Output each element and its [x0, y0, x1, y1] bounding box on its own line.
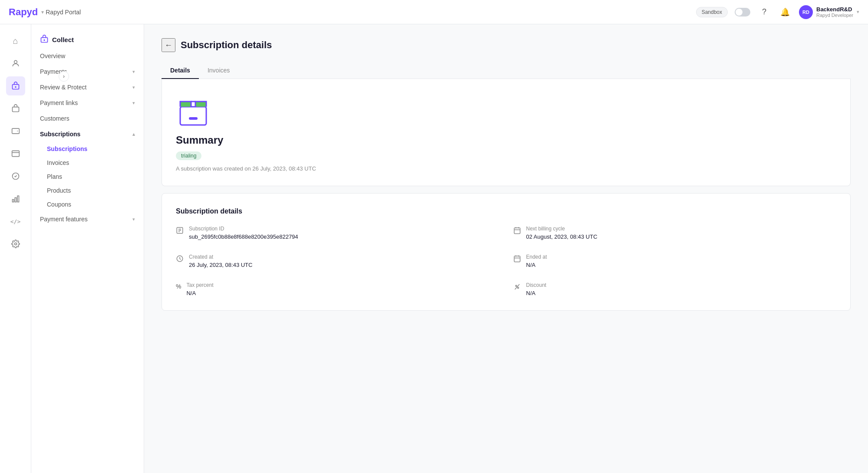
svg-rect-19	[514, 256, 520, 262]
nav-sub-coupons[interactable]: Coupons	[31, 197, 144, 211]
tax-percent-icon: %	[176, 283, 181, 290]
help-button[interactable]: ?	[757, 5, 771, 19]
chevron-down-icon: ▾	[132, 217, 135, 222]
content-area: ← Subscription details Details Invoices	[144, 24, 868, 473]
created-at-label: Created at	[189, 254, 252, 260]
nav-item-overview[interactable]: Overview	[31, 48, 144, 64]
main-area: ⌂ </>	[0, 24, 868, 473]
nav-item-payment-links[interactable]: Payment links ▾	[31, 95, 144, 111]
nav-wallet[interactable]	[6, 122, 25, 141]
nav-verify[interactable]	[6, 167, 25, 186]
chevron-up-icon: ▴	[132, 131, 135, 137]
app-layout: Rapyd ▾ Rapyd Portal Sandbox ? 🔔 RD Back…	[0, 0, 868, 473]
sandbox-badge: Sandbox	[696, 7, 728, 17]
detail-tax-percent-content: Tax percent N/A	[186, 282, 213, 296]
svg-point-21	[517, 287, 518, 289]
tab-invoices[interactable]: Invoices	[199, 62, 238, 79]
svg-rect-5	[12, 151, 19, 156]
next-billing-value: 02 August, 2023, 08:43 UTC	[526, 233, 597, 240]
created-text: A subscription was created on 26 July, 2…	[176, 165, 316, 172]
nav-item-overview-label: Overview	[40, 53, 65, 59]
toggle-knob	[736, 9, 743, 16]
svg-rect-15	[189, 117, 198, 120]
nav-settings[interactable]	[6, 234, 25, 253]
detail-next-billing: Next billing cycle 02 August, 2023, 08:4…	[513, 226, 837, 240]
back-button[interactable]: ←	[162, 38, 175, 52]
detail-subscription-id-content: Subscription ID sub_2695fc0b88e8f688e820…	[189, 226, 298, 240]
nav-collect[interactable]	[6, 76, 25, 95]
nav-sub-products-label: Products	[47, 187, 71, 194]
portal-selector[interactable]: ▾ Rapyd Portal	[41, 9, 81, 16]
summary-card: Summary trialing A subscription was crea…	[162, 79, 851, 186]
ended-at-value: N/A	[526, 262, 547, 268]
sandbox-toggle[interactable]	[735, 8, 750, 16]
nav-dev[interactable]: </>	[6, 212, 25, 231]
svg-rect-4	[12, 128, 19, 134]
svg-point-0	[14, 60, 17, 63]
portal-label: Rapyd Portal	[46, 9, 81, 16]
chevron-down-icon: ▾	[132, 100, 135, 106]
detail-discount-content: Discount N/A	[526, 282, 547, 296]
nav-analytics[interactable]	[6, 189, 25, 208]
ended-at-icon	[513, 255, 521, 265]
nav-sub-plans[interactable]: Plans	[31, 170, 144, 184]
detail-subscription-id: Subscription ID sub_2695fc0b88e8f688e820…	[176, 226, 499, 240]
nav-item-subscriptions[interactable]: Subscriptions ▴	[31, 126, 144, 142]
discount-label: Discount	[526, 282, 547, 288]
tax-percent-label: Tax percent	[186, 282, 213, 288]
nav-card[interactable]	[6, 144, 25, 163]
detail-created-at-content: Created at 26 July, 2023, 08:43 UTC	[189, 254, 252, 268]
nav-item-customers-label: Customers	[40, 115, 69, 122]
subscription-id-value: sub_2695fc0b88e8f688e8200e395e822794	[189, 233, 298, 240]
nav-item-customers[interactable]: Customers	[31, 111, 144, 126]
sidebar-collapse-button[interactable]: ›	[59, 71, 69, 82]
nav-disburse[interactable]	[6, 99, 25, 118]
nav-sidebar: Collect Overview Payments ▾ Review & Pro…	[31, 24, 144, 473]
nav-users[interactable]	[6, 54, 25, 73]
collect-section-label: Collect	[52, 36, 74, 43]
status-badge: trialing	[176, 151, 201, 160]
user-details: BackendR&D Rapyd Developer	[816, 6, 853, 18]
nav-item-review-label: Review & Protect	[40, 84, 86, 91]
details-section-title: Subscription details	[176, 207, 836, 215]
nav-item-payment-features[interactable]: Payment features ▾	[31, 211, 144, 227]
created-at-icon	[176, 255, 184, 265]
top-bar: Rapyd ▾ Rapyd Portal Sandbox ? 🔔 RD Back…	[0, 0, 868, 24]
subscription-id-label: Subscription ID	[189, 226, 298, 232]
tabs: Details Invoices	[162, 62, 851, 79]
nav-sub-coupons-label: Coupons	[47, 201, 71, 208]
collect-section-header: Collect	[31, 31, 144, 48]
summary-header: Summary trialing A subscription was crea…	[176, 93, 836, 172]
tab-details[interactable]: Details	[162, 62, 199, 79]
ended-at-label: Ended at	[526, 254, 547, 260]
page-header: ← Subscription details	[162, 38, 851, 52]
tax-percent-value: N/A	[186, 290, 213, 296]
collect-section-icon	[40, 35, 49, 45]
nav-sub-plans-label: Plans	[47, 173, 62, 180]
user-info[interactable]: RD BackendR&D Rapyd Developer ▾	[799, 5, 859, 19]
subscription-id-icon	[176, 227, 184, 236]
created-at-value: 26 July, 2023, 08:43 UTC	[189, 262, 252, 268]
nav-sub-products[interactable]: Products	[31, 184, 144, 197]
svg-rect-13	[180, 107, 206, 125]
nav-item-payment-features-label: Payment features	[40, 216, 88, 223]
detail-tax-percent: % Tax percent N/A	[176, 282, 499, 296]
chevron-down-icon: ▾	[132, 69, 135, 75]
nav-home[interactable]: ⌂	[6, 31, 25, 50]
notifications-button[interactable]: 🔔	[778, 5, 792, 19]
user-name: BackendR&D	[816, 6, 853, 13]
nav-item-review[interactable]: Review & Protect ▾	[31, 79, 144, 95]
icon-sidebar: ⌂ </>	[0, 24, 31, 473]
detail-ended-at: Ended at N/A	[513, 254, 837, 268]
top-bar-right: Sandbox ? 🔔 RD BackendR&D Rapyd Develope…	[696, 5, 859, 19]
user-dropdown-icon: ▾	[857, 9, 859, 15]
nav-item-payments[interactable]: Payments ▾	[31, 64, 144, 79]
detail-ended-at-content: Ended at N/A	[526, 254, 547, 268]
detail-discount: Discount N/A	[513, 282, 837, 296]
nav-sub-invoices[interactable]: Invoices	[31, 156, 144, 170]
svg-rect-17	[514, 228, 520, 234]
product-icon	[176, 93, 211, 129]
nav-sub-subscriptions[interactable]: Subscriptions	[31, 142, 144, 156]
svg-point-12	[44, 40, 45, 41]
svg-point-10	[14, 243, 17, 245]
